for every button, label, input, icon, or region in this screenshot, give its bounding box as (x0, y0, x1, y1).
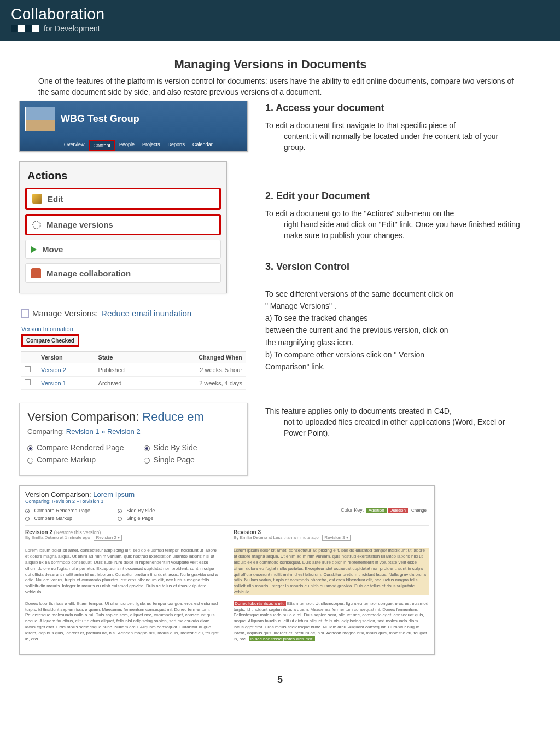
table-row: Version 1 Archived 2 weeks, 4 days (21, 377, 246, 390)
step-1: 1. Access your document To edit a docume… (265, 101, 522, 153)
radio-off-icon (27, 458, 33, 464)
checkbox-icon[interactable] (25, 379, 31, 385)
vc-title: Version Comparison: Reduce em (27, 410, 240, 424)
note: This feature applies only to documents c… (265, 406, 522, 439)
table-row: Version 2 Published 2 weeks, 5 hour (21, 363, 246, 377)
header-subtitle: for Development (11, 24, 549, 33)
tab-projects[interactable]: Projects (139, 140, 164, 151)
person-icon (31, 268, 41, 278)
action-edit[interactable]: Edit (25, 188, 221, 210)
tab-content[interactable]: Content (89, 140, 115, 151)
page-title: Managing Versions in Documents (19, 57, 522, 72)
intro-paragraph: One of the features of the platform is v… (38, 76, 522, 97)
diff-para: Lorem ipsum dolor sit amet, consectetur … (25, 548, 220, 595)
diff-left-column: Revision 2 (Restore this version) By Emi… (25, 529, 220, 647)
gear-icon (32, 221, 41, 229)
action-manage-collaboration[interactable]: Manage collaboration (25, 263, 221, 283)
radio-single-page[interactable]: Single Page (144, 455, 197, 464)
group-header-screenshot: WBG Test Group Overview Content People P… (19, 101, 248, 152)
group-tabs: Overview Content People Projects Reports… (20, 137, 247, 151)
radio-compare-markup[interactable]: Compare Markup (27, 455, 144, 464)
ws-radio-markup[interactable]: Compare Markup (25, 515, 90, 523)
tab-overview[interactable]: Overview (61, 140, 88, 151)
tab-reports[interactable]: Reports (165, 140, 189, 151)
actions-title: Actions (25, 166, 221, 188)
tab-calendar[interactable]: Calendar (189, 140, 216, 151)
step-2: 2. Edit your Document To edit a document… (265, 189, 522, 241)
action-manage-versions[interactable]: Manage versions (25, 214, 221, 235)
radio-side-by-side[interactable]: Side By Side (144, 443, 197, 452)
ws-radio-rendered[interactable]: Compare Rendered Page (25, 507, 90, 515)
color-key: Color Key: AdditionDeletionChange (341, 507, 429, 513)
col-changed: Changed When (155, 352, 246, 363)
step-2-heading: 2. Edit your Document (265, 189, 522, 203)
step-3: 3. Version Control To see different vers… (265, 259, 522, 372)
ws-subtitle: Comparing: Revision 2 » Revision 3 (25, 499, 429, 504)
edit-icon (32, 194, 42, 204)
ws-radio-single[interactable]: Single Page (118, 515, 155, 523)
manage-versions-screenshot: Manage Versions: Reduce email inundation… (19, 305, 248, 393)
arrow-icon (31, 246, 37, 253)
diff-para: Lorem ipsum dolor sit amet, consectetur … (234, 548, 429, 595)
col-state: State (95, 352, 155, 363)
radio-on-icon (25, 509, 30, 513)
version-comparison-controls-screenshot: Version Comparison: Reduce em Comparing:… (19, 403, 248, 476)
versions-table: Version State Changed When Version 2 Pub… (21, 351, 246, 390)
step-1-heading: 1. Access your document (265, 101, 522, 115)
header-title: Collaboration (11, 5, 549, 23)
col-version: Version (38, 352, 95, 363)
radio-on-icon (27, 445, 33, 451)
version-information-tab[interactable]: Version Information (21, 326, 246, 332)
compare-checked-button[interactable]: Compare Checked (21, 334, 79, 347)
group-name: WBG Test Group (61, 113, 139, 125)
revision-select-left[interactable]: Revision 2 ▾ (94, 535, 122, 541)
ws-radio-side[interactable]: Side By Side (118, 507, 155, 515)
diff-para: Donec lobortis risus a elit. Etiam tempo… (25, 601, 220, 642)
revision-select-right[interactable]: Revision 3 ▾ (322, 535, 351, 541)
app-header: Collaboration for Development (0, 0, 560, 41)
diff-para: Donec lobortis risus a elit. Etiam tempo… (234, 601, 429, 642)
step-3-heading: 3. Version Control (265, 259, 522, 274)
group-thumbnail-icon (25, 107, 55, 131)
checkbox-icon[interactable] (25, 366, 31, 372)
vc-subtitle: Comparing: Revision 1 » Revision 2 (27, 427, 240, 436)
diff-right-column: Revision 3 By Emilia Detano at Less than… (234, 529, 429, 647)
tab-people[interactable]: People (116, 140, 138, 151)
page-number: 5 (0, 665, 560, 694)
version-comparison-diff-screenshot: Version Comparison: Lorem Ipsum Comparin… (19, 485, 435, 655)
actions-panel-screenshot: Actions Edit Manage versions Move Manage… (19, 161, 227, 293)
radio-off-icon (25, 517, 30, 521)
document-icon (21, 309, 29, 318)
ws-title: Version Comparison: Lorem Ipsum (25, 490, 429, 499)
radio-compare-rendered[interactable]: Compare Rendered Page (27, 443, 144, 452)
radio-on-icon (118, 509, 122, 513)
header-squares-icon (11, 25, 39, 33)
action-move[interactable]: Move (25, 240, 221, 259)
manage-versions-heading: Manage Versions: Reduce email inundation (21, 309, 246, 318)
radio-on-icon (144, 445, 150, 451)
radio-off-icon (118, 517, 122, 521)
radio-off-icon (144, 458, 150, 464)
